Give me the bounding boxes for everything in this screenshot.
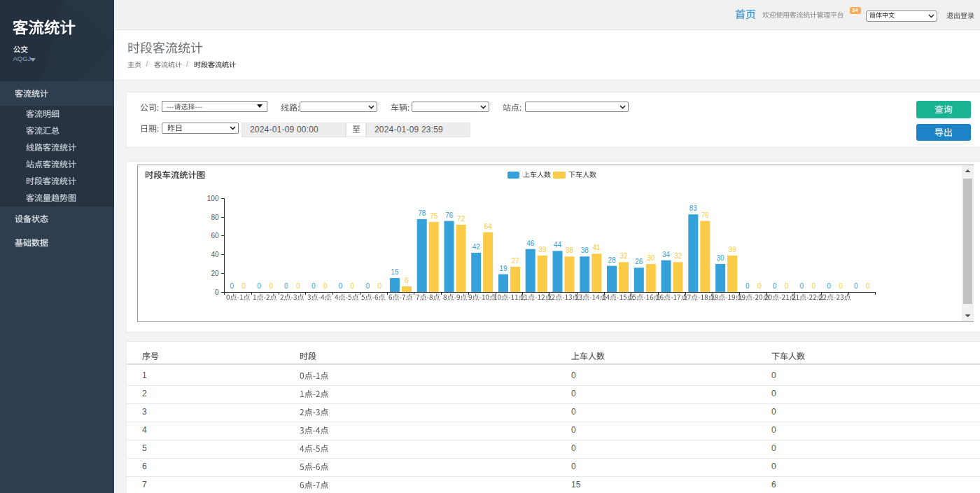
svg-text:0: 0	[339, 282, 343, 290]
svg-text:46: 46	[526, 239, 535, 247]
svg-text:0: 0	[827, 282, 831, 290]
svg-text:0: 0	[757, 282, 762, 290]
svg-text:0: 0	[230, 282, 234, 290]
svg-text:0: 0	[269, 282, 273, 290]
svg-text:26: 26	[635, 258, 643, 265]
svg-text:38: 38	[566, 246, 574, 254]
svg-text:75: 75	[430, 212, 438, 220]
svg-text:80: 80	[211, 214, 219, 221]
svg-text:15: 15	[391, 268, 399, 276]
svg-text:76: 76	[701, 211, 710, 219]
svg-text:0: 0	[284, 282, 288, 290]
svg-text:39: 39	[538, 246, 547, 254]
svg-text:0: 0	[866, 282, 870, 290]
svg-text:34: 34	[662, 251, 671, 258]
svg-text:0: 0	[746, 282, 750, 290]
svg-text:27: 27	[511, 257, 519, 265]
svg-text:0: 0	[785, 282, 789, 290]
svg-text:32: 32	[620, 252, 628, 260]
svg-text:0: 0	[351, 282, 355, 290]
svg-text:76: 76	[445, 211, 454, 219]
svg-text:72: 72	[457, 215, 465, 223]
svg-text:0: 0	[323, 282, 328, 290]
svg-text:100: 100	[207, 195, 219, 202]
svg-text:39: 39	[729, 246, 737, 254]
svg-text:40: 40	[211, 251, 219, 258]
svg-text:0: 0	[854, 282, 858, 290]
svg-text:6: 6	[405, 277, 409, 284]
svg-text:78: 78	[418, 209, 426, 217]
svg-text:60: 60	[211, 232, 219, 239]
svg-text:41: 41	[593, 244, 601, 251]
svg-text:32: 32	[674, 252, 682, 260]
svg-text:0: 0	[800, 282, 804, 290]
svg-text:28: 28	[608, 256, 616, 264]
svg-text:19: 19	[499, 265, 507, 272]
svg-text:42: 42	[472, 243, 481, 251]
svg-text:83: 83	[690, 204, 698, 212]
svg-text:0: 0	[812, 282, 816, 290]
svg-text:0: 0	[312, 282, 316, 290]
svg-text:0: 0	[215, 289, 219, 296]
svg-text:20: 20	[211, 270, 219, 277]
svg-text:0: 0	[296, 282, 300, 290]
svg-text:30: 30	[647, 254, 655, 262]
svg-text:0: 0	[839, 282, 843, 290]
svg-text:64: 64	[484, 223, 493, 230]
svg-text:38: 38	[581, 246, 589, 254]
svg-text:0: 0	[242, 282, 246, 290]
svg-text:0: 0	[377, 282, 382, 290]
svg-text:0: 0	[773, 282, 777, 290]
svg-text:0: 0	[365, 282, 370, 290]
svg-text:44: 44	[554, 241, 562, 249]
svg-text:30: 30	[717, 254, 725, 262]
svg-text:0: 0	[257, 282, 261, 290]
